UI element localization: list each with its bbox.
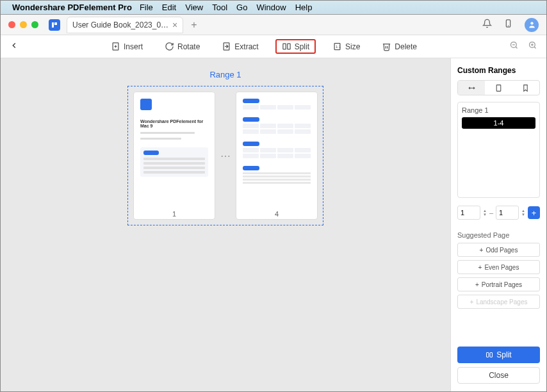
page-thumbnail-1[interactable]: Wondershare PDFelement for Mac 9 1 (133, 92, 215, 220)
insert-label: Insert (124, 42, 143, 51)
panel-title: Custom Ranges (457, 66, 540, 75)
range-item-name: Range 1 (462, 106, 535, 114)
svg-rect-24 (490, 353, 493, 357)
add-range-button[interactable]: + (528, 206, 540, 219)
split-label: Split (295, 42, 309, 51)
page-number-4: 4 (236, 208, 317, 219)
odd-pages-button[interactable]: +Odd Pages (457, 243, 540, 257)
size-label: Size (345, 42, 360, 51)
close-window-button[interactable] (8, 21, 15, 28)
insert-button[interactable]: Insert (106, 39, 148, 54)
window-controls (8, 21, 38, 28)
user-avatar[interactable] (525, 18, 539, 32)
app-name[interactable]: Wondershare PDFelement Pro (12, 3, 132, 12)
range-from-input[interactable] (457, 206, 480, 220)
ellipsis-icon: ⋯ (220, 150, 231, 162)
page-number-1: 1 (134, 208, 215, 219)
minimize-window-button[interactable] (20, 21, 27, 28)
range-dash: – (489, 209, 493, 216)
page-canvas: Range 1 Wondershare PDFelement for Mac 9 (1, 58, 450, 391)
fullscreen-window-button[interactable] (31, 21, 38, 28)
svg-text:1:1: 1:1 (336, 45, 341, 49)
tab-title: User Guide Book_2023_0… (72, 20, 168, 29)
range-label: Range 1 (209, 70, 241, 79)
range-to-input[interactable] (496, 206, 519, 220)
from-stepper[interactable]: ▲▼ (483, 209, 487, 216)
svg-point-4 (530, 22, 533, 24)
landscape-pages-button: +Landscape Pages (457, 295, 540, 309)
page-thumbnail-4[interactable]: 4 (236, 92, 318, 220)
svg-rect-10 (283, 44, 286, 49)
range-list: Range 1 1-4 (457, 102, 540, 198)
mac-menubar: Wondershare PDFelement Pro File Edit Vie… (1, 1, 546, 15)
menu-help[interactable]: Help (295, 3, 313, 12)
to-stepper[interactable]: ▲▼ (521, 209, 525, 216)
mode-tabs (457, 80, 540, 95)
tab-bar: User Guide Book_2023_0… × + (1, 15, 546, 35)
new-tab-button[interactable]: + (191, 19, 197, 31)
mobile-icon[interactable] (503, 19, 513, 31)
svg-line-20 (534, 47, 536, 49)
svg-rect-0 (52, 22, 54, 28)
bell-icon[interactable] (482, 19, 492, 31)
page-toolbar: Insert Rotate Extract Split 1:1 Size Del… (1, 35, 546, 58)
app-logo-icon (49, 19, 60, 31)
zoom-in-icon[interactable] (528, 40, 537, 53)
extract-button[interactable]: Extract (216, 39, 263, 54)
suggested-section: Suggested Page +Odd Pages +Even Pages +P… (457, 231, 540, 312)
portrait-pages-button[interactable]: +Portrait Pages (457, 277, 540, 291)
menu-view[interactable]: View (185, 3, 203, 12)
custom-ranges-panel: Custom Ranges Range 1 1-4 ▲▼ – ▲▼ + Sugg… (450, 58, 546, 391)
range-item-value[interactable]: 1-4 (462, 117, 535, 129)
svg-rect-11 (287, 44, 290, 49)
svg-line-16 (516, 47, 518, 49)
rotate-label: Rotate (177, 42, 200, 51)
close-panel-button[interactable]: Close (457, 367, 540, 384)
delete-button[interactable]: Delete (377, 39, 422, 54)
menu-tool[interactable]: Tool (212, 3, 227, 12)
document-tab[interactable]: User Guide Book_2023_0… × (67, 17, 183, 33)
menu-file[interactable]: File (140, 3, 153, 12)
range-selection[interactable]: Wondershare PDFelement for Mac 9 1 ⋯ (127, 86, 323, 225)
tab-close-icon[interactable]: × (172, 20, 177, 30)
zoom-out-icon[interactable] (509, 40, 519, 53)
menu-go[interactable]: Go (236, 3, 247, 12)
size-button[interactable]: 1:1 Size (327, 39, 365, 54)
mode-bookmark[interactable] (512, 81, 539, 95)
delete-label: Delete (395, 42, 417, 51)
range-inputs: ▲▼ – ▲▼ + (457, 206, 540, 220)
back-button[interactable] (10, 41, 19, 53)
extract-label: Extract (234, 42, 258, 51)
rotate-button[interactable]: Rotate (159, 39, 205, 54)
svg-rect-22 (496, 85, 501, 91)
menu-edit[interactable]: Edit (162, 3, 176, 12)
mode-page[interactable] (485, 81, 512, 95)
thumb-title: Wondershare PDFelement for Mac 9 (140, 119, 208, 128)
svg-rect-23 (487, 353, 489, 357)
even-pages-button[interactable]: +Even Pages (457, 260, 540, 274)
mode-range[interactable] (458, 81, 485, 95)
menu-window[interactable]: Window (256, 3, 286, 12)
svg-rect-1 (54, 22, 57, 25)
suggested-label: Suggested Page (457, 231, 540, 239)
split-button[interactable]: Split (275, 39, 316, 54)
split-action-button[interactable]: Split (457, 347, 540, 363)
